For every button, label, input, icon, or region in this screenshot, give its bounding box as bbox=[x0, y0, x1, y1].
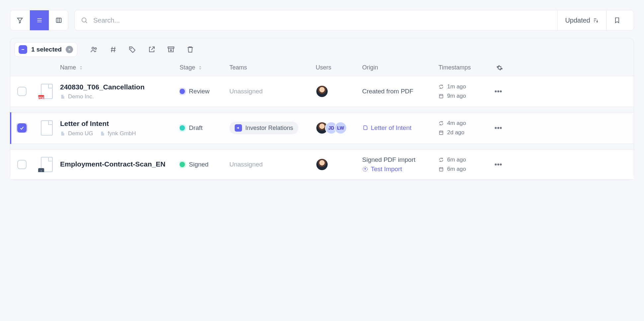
filter-button[interactable] bbox=[10, 10, 30, 30]
minus-icon bbox=[21, 47, 25, 52]
search-input[interactable] bbox=[93, 16, 557, 25]
teams-cell: Unassigned bbox=[229, 88, 316, 95]
origin-link[interactable]: Test Import bbox=[362, 165, 439, 173]
svg-point-21 bbox=[130, 48, 131, 49]
stage-label: Draft bbox=[189, 124, 202, 132]
teams-cell: Unassigned bbox=[229, 161, 316, 168]
select-all-checkbox[interactable] bbox=[19, 45, 27, 54]
sort-icon bbox=[79, 65, 83, 70]
bulk-open-button[interactable] bbox=[148, 46, 156, 54]
selection-count-label: 1 selected bbox=[31, 46, 62, 53]
column-settings-button[interactable] bbox=[488, 64, 508, 71]
building-icon bbox=[60, 94, 65, 99]
timestamps-cell: 4m ago 2d ago bbox=[439, 120, 488, 136]
column-stage[interactable]: Stage bbox=[180, 64, 229, 71]
svg-point-15 bbox=[92, 47, 94, 49]
svg-line-19 bbox=[112, 47, 112, 52]
svg-rect-31 bbox=[61, 132, 63, 136]
origin-cell: Created from PDF bbox=[362, 88, 439, 95]
users-cell bbox=[316, 158, 362, 171]
stage-label: Signed bbox=[189, 161, 208, 168]
row-more-button[interactable]: ••• bbox=[488, 87, 508, 96]
column-origin: Origin bbox=[362, 64, 439, 71]
stage-cell: Review bbox=[180, 88, 229, 95]
svg-rect-4 bbox=[56, 18, 61, 22]
origin-cell: Letter of Intent bbox=[362, 124, 439, 132]
megaphone-icon bbox=[235, 124, 242, 132]
doc-title: 240830_T06_Cancellation bbox=[60, 83, 180, 91]
row-more-button[interactable]: ••• bbox=[488, 160, 508, 169]
users-icon bbox=[90, 46, 98, 54]
bulk-assign-users-button[interactable] bbox=[90, 46, 98, 54]
svg-rect-27 bbox=[440, 94, 443, 98]
table-row[interactable]: ↑ Employment-Contract-Scan_EN Signed Una… bbox=[10, 149, 634, 180]
document-icon bbox=[362, 125, 368, 131]
users-cell bbox=[316, 85, 362, 98]
timestamps-cell: 1m ago 9m ago bbox=[439, 83, 488, 99]
documents-panel: 1 selected Name Stage Teams Users Origin bbox=[10, 38, 634, 180]
archive-icon bbox=[167, 46, 175, 54]
external-link-icon bbox=[148, 46, 156, 54]
svg-rect-25 bbox=[61, 95, 63, 99]
avatar[interactable] bbox=[316, 158, 328, 171]
column-timestamps: Timestamps bbox=[439, 64, 488, 71]
kanban-icon bbox=[55, 17, 62, 24]
sort-direction-icon bbox=[593, 17, 599, 23]
sort-dropdown[interactable]: Updated bbox=[557, 10, 606, 31]
table-row[interactable]: Letter of Intent Demo UG fynk GmbH Draft… bbox=[10, 112, 634, 144]
tag-icon bbox=[128, 46, 136, 54]
svg-rect-34 bbox=[103, 133, 104, 135]
list-icon bbox=[36, 17, 43, 24]
svg-rect-32 bbox=[63, 133, 64, 135]
funnel-icon bbox=[17, 17, 23, 24]
svg-rect-23 bbox=[168, 47, 174, 48]
stage-dot-icon bbox=[180, 89, 185, 94]
stage-dot-icon bbox=[180, 125, 185, 131]
upload-badge-icon: ↑ bbox=[38, 168, 44, 172]
refresh-icon bbox=[439, 121, 444, 126]
bulk-delete-button[interactable] bbox=[186, 46, 194, 54]
stage-cell: Draft bbox=[180, 124, 229, 132]
building-icon bbox=[60, 131, 65, 136]
refresh-icon bbox=[439, 157, 444, 162]
stage-dot-icon bbox=[180, 162, 185, 167]
svg-rect-33 bbox=[101, 132, 103, 136]
svg-line-22 bbox=[151, 47, 154, 50]
bulk-tag-button[interactable] bbox=[128, 46, 136, 54]
row-more-button[interactable]: ••• bbox=[488, 124, 508, 132]
board-view-button[interactable] bbox=[49, 10, 68, 30]
team-tag[interactable]: Investor Relations bbox=[229, 122, 298, 134]
company-label: fynk GmbH bbox=[100, 130, 136, 137]
table-row[interactable]: PDF 240830_T06_Cancellation Demo Inc. Re… bbox=[10, 76, 634, 107]
teams-cell: Investor Relations bbox=[229, 122, 316, 134]
stage-cell: Signed bbox=[180, 161, 229, 168]
clear-selection-button[interactable] bbox=[66, 46, 73, 53]
row-checkbox[interactable] bbox=[17, 123, 27, 133]
svg-point-7 bbox=[82, 18, 86, 22]
avatar[interactable] bbox=[316, 85, 328, 98]
row-checkbox[interactable] bbox=[17, 87, 27, 96]
gear-icon bbox=[496, 64, 503, 71]
row-checkbox[interactable] bbox=[17, 160, 27, 169]
doc-title: Letter of Intent bbox=[60, 119, 180, 128]
doc-icon: ↑ bbox=[41, 157, 53, 172]
doc-icon bbox=[41, 120, 53, 136]
bulk-action-bar: 1 selected bbox=[10, 38, 634, 59]
bookmark-button[interactable] bbox=[606, 10, 628, 31]
avatar[interactable]: LW bbox=[334, 122, 347, 134]
sort-icon bbox=[198, 65, 202, 70]
bulk-archive-button[interactable] bbox=[167, 46, 175, 54]
svg-rect-26 bbox=[63, 96, 64, 99]
trash-icon bbox=[186, 46, 194, 54]
origin-link[interactable]: Letter of Intent bbox=[362, 124, 439, 132]
stage-label: Review bbox=[189, 88, 209, 95]
column-users: Users bbox=[316, 64, 362, 71]
searchbar: Updated bbox=[74, 10, 634, 31]
column-name[interactable]: Name bbox=[60, 64, 180, 71]
company-label: Demo Inc. bbox=[60, 93, 94, 100]
timestamps-cell: 6m ago 6m ago bbox=[439, 157, 488, 172]
bulk-number-button[interactable] bbox=[109, 46, 117, 54]
svg-line-8 bbox=[86, 22, 87, 23]
list-view-button[interactable] bbox=[30, 10, 49, 30]
calendar-icon bbox=[439, 93, 444, 99]
